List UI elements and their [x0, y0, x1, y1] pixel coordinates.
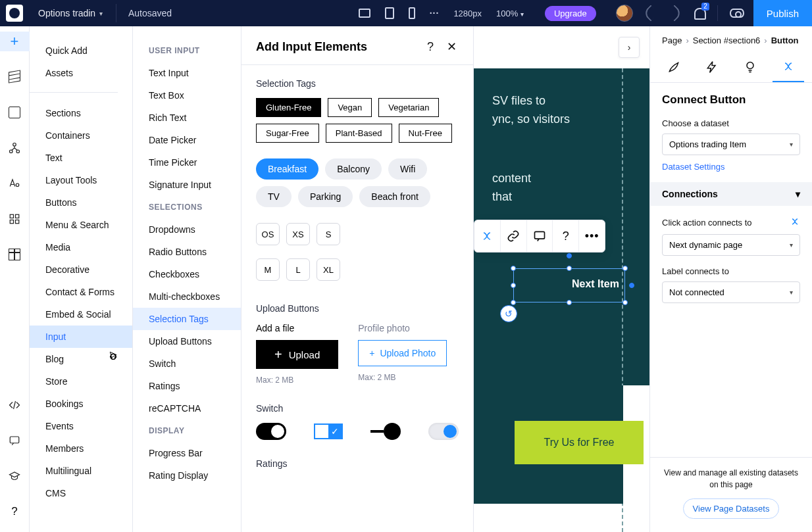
action-help[interactable]: ?: [552, 220, 578, 252]
tag-sugar-free[interactable]: Sugar-Free: [256, 124, 319, 143]
action-link[interactable]: [500, 220, 526, 252]
phone-icon[interactable]: [409, 7, 415, 19]
rail-code[interactable]: [0, 395, 30, 415]
action-more[interactable]: •••: [578, 220, 605, 252]
tag-nut-free[interactable]: Nut-Free: [399, 124, 452, 143]
resize-handle[interactable]: [622, 266, 628, 271]
tag-gluten-free[interactable]: Gluten-Free: [256, 98, 321, 117]
preview-icon[interactable]: [730, 9, 744, 18]
connections-accordion[interactable]: Connections ▾: [650, 182, 812, 206]
connect-icon[interactable]: [790, 216, 800, 229]
tag-preset-size[interactable]: OS XS S M L XL: [256, 223, 459, 281]
size-l[interactable]: L: [286, 258, 310, 281]
cat-assets[interactable]: Assets: [30, 62, 118, 84]
pill-parking[interactable]: Parking: [298, 186, 353, 207]
cat-cms[interactable]: CMS: [30, 482, 132, 504]
desktop-icon[interactable]: [359, 9, 370, 18]
cat-events[interactable]: Events: [30, 415, 132, 437]
avatar[interactable]: [616, 5, 633, 22]
action-connect[interactable]: [474, 220, 500, 252]
tag-preset-pill[interactable]: Breakfast Balcony Wifi TV Parking Beach …: [256, 158, 459, 207]
sub-text-input[interactable]: Text Input: [133, 62, 241, 84]
sub-selection-tags[interactable]: Selection Tags: [133, 308, 241, 330]
canvas-expand-right[interactable]: ›: [619, 37, 640, 58]
size-s[interactable]: S: [317, 223, 340, 245]
size-xl[interactable]: XL: [317, 258, 340, 281]
click-action-dropdown[interactable]: Next dynamic page ▾: [662, 234, 800, 256]
switch-preset-check[interactable]: ✓: [314, 423, 343, 439]
cat-sections[interactable]: Sections: [30, 102, 132, 124]
upload-button[interactable]: + Upload: [256, 340, 338, 369]
app-logo[interactable]: [0, 0, 29, 26]
resize-handle[interactable]: [511, 283, 516, 288]
cat-multilingual[interactable]: Multilingual: [30, 460, 132, 482]
cat-members[interactable]: Members: [30, 437, 132, 460]
pill-wifi[interactable]: Wifi: [388, 158, 427, 180]
cat-contact-forms[interactable]: Contact & Forms: [30, 281, 132, 303]
rail-text[interactable]: [0, 174, 30, 193]
cat-embed-social[interactable]: Embed & Social: [30, 303, 132, 326]
tab-ideas[interactable]: [734, 55, 766, 82]
rail-learn[interactable]: [0, 466, 30, 486]
upload-photo-button[interactable]: + Upload Photo: [358, 340, 447, 366]
size-m[interactable]: M: [256, 258, 280, 281]
sub-text-box[interactable]: Text Box: [133, 84, 241, 107]
sub-progress-bar[interactable]: Progress Bar: [133, 442, 241, 464]
help-icon[interactable]: ?: [423, 40, 438, 54]
sub-multi-checkboxes[interactable]: Multi-checkboxes: [133, 285, 241, 308]
tag-preset-square[interactable]: Gluten-Free Vegan Vegetarian Sugar-Free …: [256, 98, 459, 143]
sub-rich-text[interactable]: Rich Text: [133, 107, 241, 129]
sub-recaptcha[interactable]: reCAPTCHA: [133, 397, 241, 420]
sub-date-picker[interactable]: Date Picker: [133, 129, 241, 151]
sub-time-picker[interactable]: Time Picker: [133, 151, 241, 174]
cat-layout-tools[interactable]: Layout Tools: [30, 169, 132, 191]
tab-connect[interactable]: [773, 55, 804, 82]
canvas-width-label[interactable]: 1280px: [453, 9, 482, 18]
resize-handle[interactable]: [622, 300, 628, 305]
notifications-icon[interactable]: 2: [692, 7, 705, 20]
cat-containers[interactable]: Containers: [30, 124, 132, 147]
cat-quick-add[interactable]: Quick Add: [30, 39, 118, 62]
pill-breakfast[interactable]: Breakfast: [256, 158, 318, 180]
close-icon[interactable]: ✕: [444, 39, 459, 54]
zoom-label[interactable]: 100% ▾: [496, 9, 524, 18]
rail-sitemap[interactable]: [0, 138, 30, 158]
upgrade-button[interactable]: Upgrade: [545, 6, 596, 21]
sub-upload-buttons[interactable]: Upload Buttons: [133, 330, 241, 352]
resize-handle[interactable]: [511, 266, 516, 271]
rail-add[interactable]: +: [0, 32, 30, 51]
resize-handle[interactable]: [567, 266, 572, 271]
dataset-dropdown[interactable]: Options trading Item ▾: [662, 133, 800, 155]
action-comment[interactable]: [526, 220, 553, 252]
cat-input[interactable]: Input: [30, 326, 132, 348]
sub-checkboxes[interactable]: Checkboxes: [133, 263, 241, 285]
publish-button[interactable]: Publish: [753, 0, 812, 26]
resize-handle[interactable]: [511, 300, 516, 305]
undo-icon[interactable]: [642, 5, 659, 21]
crumb-button[interactable]: Button: [771, 36, 799, 45]
upload-preset-outline[interactable]: Profile photo + Upload Photo Max: 2 MB: [358, 323, 447, 385]
cat-text[interactable]: Text: [30, 147, 132, 169]
size-xs[interactable]: XS: [286, 223, 310, 245]
pill-beach-front[interactable]: Beach front: [359, 186, 430, 207]
redo-icon[interactable]: [666, 5, 682, 21]
sub-radio-buttons[interactable]: Radio Buttons: [133, 241, 241, 263]
switch-preset-segment[interactable]: [370, 423, 401, 440]
view-page-datasets-button[interactable]: View Page Datasets: [683, 498, 780, 519]
tab-interactions[interactable]: [696, 55, 728, 82]
tablet-icon[interactable]: [385, 7, 394, 19]
rail-chat[interactable]: [0, 431, 30, 450]
tag-plant-based[interactable]: Plant-Based: [326, 124, 392, 143]
cat-menu-search[interactable]: Menu & Search: [30, 214, 132, 236]
cat-media[interactable]: Media: [30, 236, 132, 258]
canvas-cta-button[interactable]: Try Us for Free: [515, 421, 644, 464]
rail-help[interactable]: ?: [0, 502, 30, 521]
switch-preset-ios[interactable]: [428, 423, 459, 440]
canvas[interactable]: › SV files to ync, so visitors content t…: [474, 26, 649, 532]
rail-page[interactable]: [0, 103, 30, 122]
sub-signature-input[interactable]: Signature Input: [133, 174, 241, 196]
cat-blog[interactable]: Blog: [30, 348, 132, 370]
sub-switch[interactable]: Switch: [133, 352, 241, 375]
switch-preset-black[interactable]: [256, 423, 286, 440]
rail-grid[interactable]: [0, 209, 30, 229]
